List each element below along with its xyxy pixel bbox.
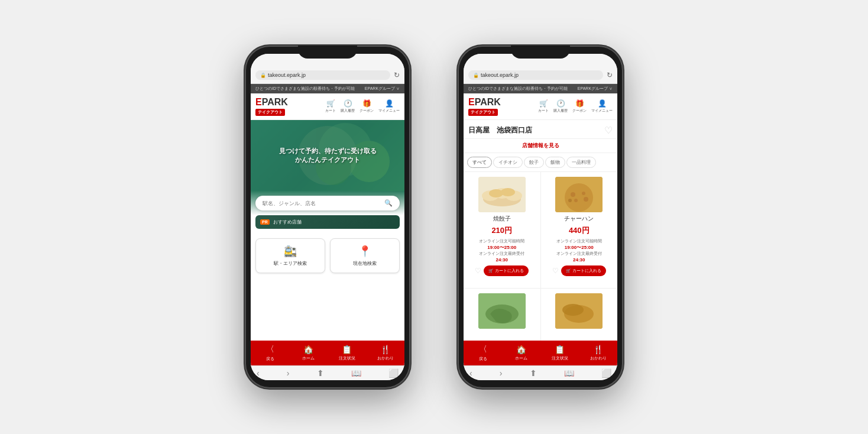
more-label-right: おかわり [590, 355, 607, 361]
logo-text-left: E PARK [255, 97, 288, 108]
back-icon-left: 〈 [266, 344, 274, 355]
phone-screen-right: 🔒 takeout.epark.jp ↻ ひとつのIDでさまざまな施設の順番待ち… [464, 54, 617, 380]
station-search-btn[interactable]: 🚉 駅・エリア検索 [255, 238, 325, 273]
logo-left: E PARK テイクアウト [255, 97, 288, 116]
mypage-label-left: マイメニュー [378, 108, 400, 114]
top-banner-left: ひとつのIDでさまざまな施設の順番待ち・予約が可能 EPARKグループ ∨ [251, 84, 404, 93]
store-info-btn[interactable]: 店舗情報を見る [464, 139, 617, 153]
cart-label-right: カート [538, 108, 549, 114]
header-icon-mypage-right[interactable]: 👤 マイメニュー [591, 99, 613, 114]
header-icon-coupon-right[interactable]: 🎁 クーポン [572, 99, 587, 114]
logo-park-right: PARK [475, 97, 501, 108]
logo-e-left: E [255, 97, 262, 108]
left-phone: 🔒 takeout.epark.jp ↻ ひとつのIDでさまざまな施設の順番待ち… [245, 46, 410, 388]
banner-left-text-left: ひとつのIDでさまざまな施設の順番待ち・予約が可能 [255, 86, 355, 92]
back-label-left: 戻る [266, 356, 274, 362]
header-icon-mypage-left[interactable]: 👤 マイメニュー [378, 99, 400, 114]
header-icon-history-right[interactable]: 🕐 購入履歴 [553, 99, 568, 114]
bb-bookmarks-left[interactable]: 📖 [351, 368, 361, 378]
orders-label-left: 注文状況 [339, 355, 355, 361]
header-icon-coupon-left[interactable]: 🎁 クーポン [359, 99, 374, 114]
coupon-label-right: クーポン [572, 108, 587, 114]
bb-back-right[interactable]: ‹ [469, 368, 472, 378]
chaahan-price: 440円 [569, 225, 590, 236]
cart-label-left: カート [325, 108, 336, 114]
nav-more-right[interactable]: 🍴 おかわり [579, 345, 617, 361]
cat-tab-all[interactable]: すべて [467, 157, 492, 168]
bb-share-left[interactable]: ⬆ [317, 368, 324, 378]
nav-back-left[interactable]: 〈 戻る [251, 344, 289, 362]
nav-orders-left[interactable]: 📋 注文状況 [328, 345, 366, 361]
header-icon-cart-right[interactable]: 🛒 カート [538, 99, 549, 114]
chaahan-add-to-cart-btn[interactable]: 🛒 カートに入れる [561, 265, 606, 276]
bb-tabs-right[interactable]: ⬜ [601, 368, 611, 378]
logo-badge-left: テイクアウト [255, 109, 285, 116]
home-label-right: ホーム [515, 355, 527, 361]
gyoza-add-to-cart-btn[interactable]: 🛒 カートに入れる [484, 265, 529, 276]
browser-bottom-bar-right: ‹ › ⬆ 📖 ⬜ [464, 365, 617, 380]
lock-icon-left: 🔒 [260, 73, 266, 78]
bb-back-left[interactable]: ‹ [257, 368, 260, 378]
gyoza-time-label: オンライン注文可能時間 19:00〜25:00 オンライン注文最終受付 24:3… [479, 238, 524, 263]
back-icon-right: 〈 [479, 344, 487, 355]
browser-url-left: 🔒 takeout.epark.jp [255, 70, 390, 80]
menu-item-chaahan: チャーハン 440円 オンライン注文可能時間 19:00〜25:00 オンライン… [541, 172, 618, 288]
url-text-left: takeout.epark.jp [268, 72, 306, 78]
store-favorite-icon[interactable]: ♡ [604, 125, 613, 136]
cat-tab-side[interactable]: 一品料理 [566, 157, 596, 168]
nav-home-right[interactable]: 🏠 ホーム [502, 345, 540, 361]
banner-left-text-right: ひとつのIDでさまざまな施設の順番待ち・予約が可能 [468, 86, 568, 92]
nav-more-left[interactable]: 🍴 おかわり [366, 345, 404, 361]
orders-icon-right: 📋 [555, 345, 565, 354]
refresh-icon-left[interactable]: ↻ [394, 71, 400, 79]
chaahan-cart-row: ♡ 🛒 カートに入れる [546, 265, 613, 276]
history-label-left: 購入履歴 [341, 108, 355, 114]
notch-right [511, 46, 570, 59]
app-header-right: E PARK テイクアウト 🛒 カート 🕐 購入履歴 🎁 クーポン [464, 93, 617, 120]
nav-orders-right[interactable]: 📋 注文状況 [540, 345, 579, 361]
header-icons-left: 🛒 カート 🕐 購入履歴 🎁 クーポン 👤 マイメニュー [325, 99, 400, 114]
gyoza-price: 210円 [491, 225, 512, 236]
bb-bookmarks-right[interactable]: 📖 [564, 368, 574, 378]
bb-forward-right[interactable]: › [500, 368, 503, 378]
svg-point-21 [562, 304, 584, 316]
right-phone: 🔒 takeout.epark.jp ↻ ひとつのIDでさまざまな施設の順番待ち… [458, 46, 623, 388]
more-icon-right: 🍴 [593, 345, 603, 354]
menu-item-bottom-left [464, 289, 540, 341]
menu-item-gyoza: 焼餃子 210円 オンライン注文可能時間 19:00〜25:00 オンライン注文… [464, 172, 540, 288]
nav-home-left[interactable]: 🏠 ホーム [289, 345, 328, 361]
svg-point-15 [584, 197, 588, 202]
gyoza-cart-label: カートに入れる [495, 268, 524, 274]
banner-right-text-right[interactable]: EPARKグループ ∨ [578, 86, 613, 92]
gyoza-name: 焼餃子 [493, 215, 511, 223]
bottom-nav-left: 〈 戻る 🏠 ホーム 📋 注文状況 🍴 おかわり [251, 341, 404, 365]
gyoza-svg [478, 177, 526, 212]
bb-share-right[interactable]: ⬆ [530, 368, 537, 378]
bb-forward-left[interactable]: › [287, 368, 290, 378]
bb-tabs-left[interactable]: ⬜ [388, 368, 399, 378]
location-search-btn[interactable]: 📍 現在地検索 [330, 238, 400, 273]
hero-section-left: 見つけて予約、待たずに受け取る かんたんテイクアウト [251, 120, 404, 191]
search-input-left[interactable] [263, 200, 381, 206]
chaahan-heart-icon[interactable]: ♡ [552, 267, 559, 275]
header-icon-history-left[interactable]: 🕐 購入履歴 [341, 99, 355, 114]
menu-item-bottom-right [541, 289, 618, 341]
gyoza-heart-icon[interactable]: ♡ [475, 267, 481, 275]
refresh-icon-right[interactable]: ↻ [607, 71, 613, 79]
chaahan-cart-label: カートに入れる [572, 268, 601, 274]
gyoza-last-order: 24:30 [479, 257, 524, 263]
nav-back-right[interactable]: 〈 戻る [464, 344, 502, 362]
banner-right-text-left[interactable]: EPARKグループ ∨ [365, 86, 400, 92]
hero-line1: 見つけて予約、待たずに受け取る [279, 147, 377, 156]
back-label-right: 戻る [479, 356, 487, 362]
logo-park-left: PARK [262, 97, 288, 108]
header-icon-cart-left[interactable]: 🛒 カート [325, 99, 336, 114]
store-name: 日高屋 池袋西口店 [468, 125, 532, 135]
svg-point-8 [489, 189, 503, 197]
cat-tab-gyoza[interactable]: 餃子 [524, 157, 544, 168]
cat-tab-rice[interactable]: 飯物 [545, 157, 565, 168]
search-icon-left[interactable]: 🔍 [384, 199, 393, 207]
coupon-label-left: クーポン [359, 108, 374, 114]
logo-badge-right: テイクアウト [468, 109, 498, 116]
cat-tab-ichoshi[interactable]: イチオシ [493, 157, 523, 168]
